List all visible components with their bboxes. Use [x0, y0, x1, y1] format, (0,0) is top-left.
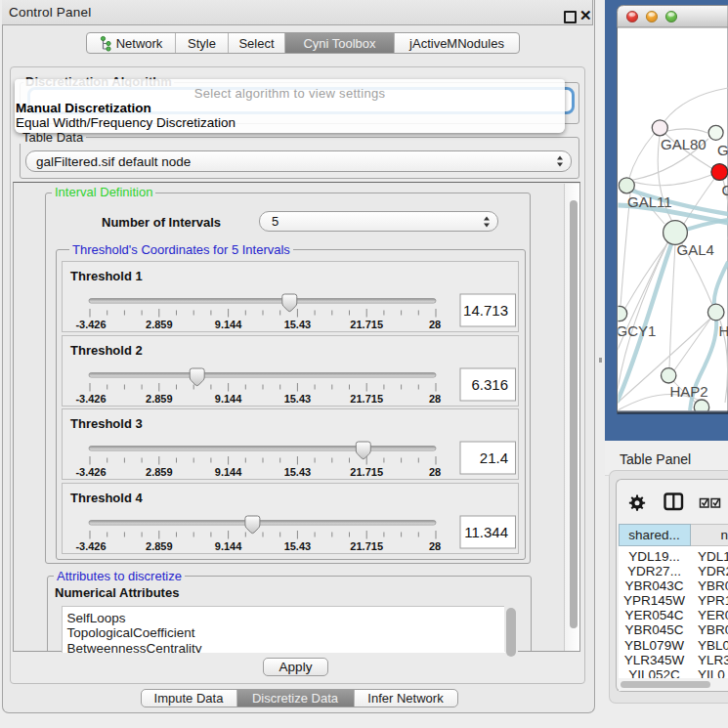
- svg-text:GAL4: GAL4: [677, 241, 714, 258]
- svg-text:9.144: 9.144: [215, 466, 242, 478]
- svg-text:15.43: 15.43: [284, 539, 312, 551]
- svg-text:21.715: 21.715: [350, 466, 383, 478]
- svg-text:-3.426: -3.426: [75, 539, 106, 551]
- svg-text:15.43: 15.43: [284, 319, 312, 330]
- svg-text:Threshold 3: Threshold 3: [70, 416, 143, 431]
- svg-text:Threshold 2: Threshold 2: [70, 343, 143, 358]
- svg-text:21.715: 21.715: [350, 319, 383, 330]
- svg-text:9.144: 9.144: [215, 319, 242, 330]
- svg-text:28: 28: [429, 539, 441, 551]
- svg-text:28: 28: [429, 319, 441, 330]
- svg-text:2.859: 2.859: [146, 319, 173, 330]
- svg-text:Threshold 1: Threshold 1: [70, 269, 143, 283]
- svg-text:28: 28: [429, 466, 441, 478]
- svg-text:HAP2: HAP2: [670, 383, 708, 400]
- svg-text:21.715: 21.715: [350, 392, 383, 404]
- svg-text:GCY1: GCY1: [617, 322, 657, 339]
- svg-text:2.859: 2.859: [146, 392, 173, 404]
- svg-text:Threshold 4: Threshold 4: [70, 491, 143, 505]
- svg-text:2.859: 2.859: [146, 466, 173, 478]
- svg-text:21.4: 21.4: [480, 450, 508, 466]
- svg-text:14.713: 14.713: [463, 302, 508, 319]
- svg-text:2.859: 2.859: [146, 539, 173, 551]
- svg-text:GAL80: GAL80: [661, 136, 707, 152]
- svg-text:6.316: 6.316: [471, 375, 508, 392]
- svg-text:11.344: 11.344: [464, 523, 508, 539]
- svg-text:-3.426: -3.426: [75, 466, 106, 478]
- svg-text:H: H: [719, 322, 728, 339]
- svg-text:GA: GA: [717, 142, 728, 158]
- svg-text:9.144: 9.144: [215, 539, 242, 551]
- svg-text:15.43: 15.43: [284, 392, 312, 404]
- svg-text:CD: CD: [722, 182, 728, 198]
- svg-text:GAL11: GAL11: [627, 193, 672, 210]
- svg-text:28: 28: [429, 392, 441, 404]
- svg-text:21.715: 21.715: [350, 539, 383, 551]
- svg-text:-3.426: -3.426: [75, 392, 106, 404]
- svg-text:-3.426: -3.426: [75, 319, 106, 330]
- svg-text:9.144: 9.144: [215, 392, 242, 404]
- svg-text:15.43: 15.43: [284, 466, 312, 478]
